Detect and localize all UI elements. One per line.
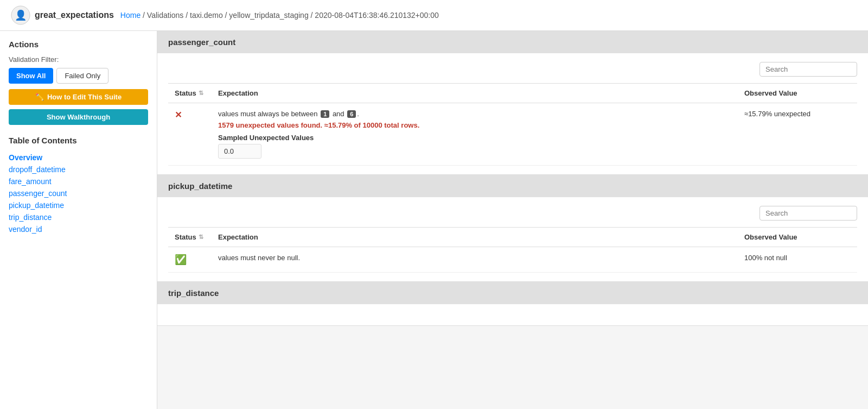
pickup-datetime-table-header: Status ⇅ Expectation Observed Value	[168, 228, 857, 247]
badge-1: 1	[321, 110, 329, 118]
filter-buttons: Show All Failed Only	[9, 68, 148, 84]
sidebar: Actions Validation Filter: Show All Fail…	[0, 31, 157, 409]
svg-text:👤: 👤	[15, 9, 27, 21]
validation-filter-label: Validation Filter:	[9, 55, 148, 64]
badge-6: 6	[347, 110, 356, 118]
pickup-datetime-header: pickup_datetime	[157, 175, 868, 197]
row-expectation-2: values must never be null.	[212, 247, 738, 273]
pickup-datetime-search-row	[168, 206, 857, 221]
logo-icon: 👤	[11, 5, 30, 25]
edit-icon: ✏️	[35, 93, 44, 101]
trip-distance-body	[157, 304, 868, 326]
sort-icon-status-2: ⇅	[199, 234, 203, 241]
toc-overview[interactable]: Overview	[9, 152, 148, 163]
header: 👤 great_expectations Home / Validations …	[0, 0, 868, 31]
main-layout: Actions Validation Filter: Show All Fail…	[0, 31, 868, 409]
row-observed-1: ≈15.79% unexpected	[738, 103, 857, 166]
expectation-error: 1579 unexpected values found. ≈15.79% of…	[218, 121, 731, 129]
logo-text: great_expectations	[35, 10, 114, 20]
toc-section: Table of Contents Overview dropoff_datet…	[9, 136, 148, 235]
col-status-2: Status ⇅	[168, 228, 212, 247]
fail-icon: ✕	[175, 110, 182, 119]
col-observed-2: Observed Value	[738, 228, 857, 247]
breadcrumb-home[interactable]: Home	[120, 11, 141, 20]
failed-only-button[interactable]: Failed Only	[56, 68, 108, 84]
passenger-count-body: Status ⇅ Expectation Observed Value	[157, 53, 868, 175]
toc-title: Table of Contents	[9, 136, 148, 145]
toc-passenger-count[interactable]: passenger_count	[9, 187, 148, 199]
sampled-label: Sampled Unexpected Values	[218, 134, 731, 142]
table-row: ✕ values must always be between 1 and 6.…	[168, 103, 857, 166]
pickup-datetime-body: Status ⇅ Expectation Observed Value	[157, 197, 868, 282]
edit-suite-button[interactable]: ✏️ How to Edit This Suite	[9, 89, 148, 105]
toc-dropoff-datetime[interactable]: dropoff_datetime	[9, 163, 148, 175]
toc-trip-distance[interactable]: trip_distance	[9, 211, 148, 223]
breadcrumb: Home / Validations / taxi.demo / yellow_…	[120, 11, 439, 20]
passenger-count-search-input[interactable]	[760, 62, 857, 77]
row-expectation-1: values must always be between 1 and 6. 1…	[212, 103, 738, 166]
breadcrumb-path: / Validations / taxi.demo / yellow_tripd…	[143, 11, 439, 20]
show-all-button[interactable]: Show All	[9, 68, 53, 84]
col-observed-1: Observed Value	[738, 84, 857, 103]
actions-section: Actions Validation Filter: Show All Fail…	[9, 40, 148, 125]
col-expectation-1: Expectation	[212, 84, 738, 103]
passenger-count-header: passenger_count	[157, 31, 868, 53]
row-status-pass: ✅	[168, 247, 212, 273]
expectation-text-1: values must always be between 1 and 6.	[218, 110, 731, 118]
walkthrough-button[interactable]: Show Walkthrough	[9, 109, 148, 125]
row-status-fail: ✕	[168, 103, 212, 166]
pickup-datetime-table: Status ⇅ Expectation Observed Value	[168, 227, 857, 273]
passenger-count-table: Status ⇅ Expectation Observed Value	[168, 83, 857, 166]
main-content: passenger_count Status ⇅	[157, 31, 868, 409]
trip-distance-header: trip_distance	[157, 282, 868, 304]
passenger-count-search-row	[168, 62, 857, 77]
toc-fare-amount[interactable]: fare_amount	[9, 175, 148, 187]
row-observed-2: 100% not null	[738, 247, 857, 273]
passenger-count-table-header: Status ⇅ Expectation Observed Value	[168, 84, 857, 103]
toc-pickup-datetime[interactable]: pickup_datetime	[9, 199, 148, 211]
table-row: ✅ values must never be null. 100% not nu…	[168, 247, 857, 273]
col-expectation-2: Expectation	[212, 228, 738, 247]
sampled-value: 0.0	[218, 144, 261, 159]
pass-icon: ✅	[175, 254, 187, 265]
toc-vendor-id[interactable]: vendor_id	[9, 223, 148, 235]
pickup-datetime-search-input[interactable]	[760, 206, 857, 221]
sort-icon-status-1: ⇅	[199, 90, 203, 97]
actions-title: Actions	[9, 40, 148, 49]
logo: 👤 great_expectations	[11, 5, 114, 25]
col-status-1: Status ⇅	[168, 84, 212, 103]
